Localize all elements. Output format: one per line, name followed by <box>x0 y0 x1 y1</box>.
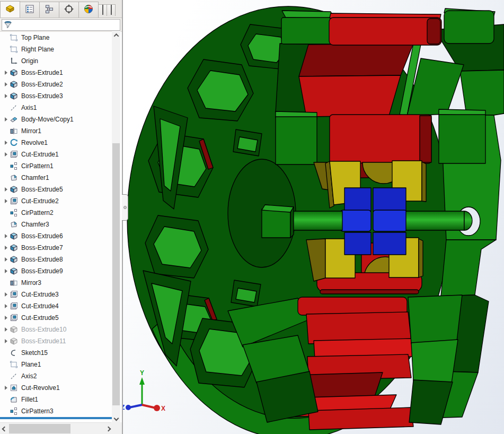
expand-arrow-icon[interactable] <box>2 94 10 98</box>
dimxpertmanager-tab[interactable] <box>59 2 79 18</box>
z-axis-arrow <box>126 405 131 410</box>
tree-item-mirror3[interactable]: Mirror3 <box>0 277 112 289</box>
tree-item-cut-revolve1[interactable]: Cut-Revolve1 <box>0 382 112 394</box>
expand-arrow-icon[interactable] <box>2 234 10 238</box>
tree-item-cirpattern2[interactable]: CirPattern2 <box>0 207 112 219</box>
expand-arrow-icon[interactable] <box>2 187 10 192</box>
plane-icon <box>10 33 19 42</box>
chamfer-icon <box>10 220 19 229</box>
tree-item-cut-extrude4[interactable]: Cut-Extrude4 <box>0 300 112 312</box>
tab-scroll-right[interactable] <box>107 4 116 16</box>
tree-item-boss-extrude1[interactable]: Boss-Extrude1 <box>0 67 112 79</box>
move-copy-icon <box>10 115 19 124</box>
expand-arrow-icon[interactable] <box>2 386 10 390</box>
tree-item-right-plane[interactable]: Right Plane <box>0 44 112 55</box>
expand-arrow-icon[interactable] <box>2 246 10 250</box>
expand-arrow-icon[interactable] <box>2 316 10 320</box>
scroll-up-button[interactable] <box>112 31 120 39</box>
tree-item-cut-extrude2[interactable]: Cut-Extrude2 <box>0 195 112 207</box>
expand-arrow-icon[interactable] <box>2 339 10 343</box>
splitter-grip-icon <box>123 206 127 209</box>
shaft-boss <box>262 209 290 238</box>
tree-item-label: Boss-Extrude8 <box>21 256 63 263</box>
horizontal-scroll-thumb[interactable] <box>9 424 70 433</box>
tree-item-label: Chamfer3 <box>21 221 49 228</box>
cut-extrude-icon <box>10 314 19 322</box>
tree-item-boss-extrude9[interactable]: Boss-Extrude9 <box>0 265 112 277</box>
tree-item-label: Boss-Extrude2 <box>21 81 63 88</box>
tree-item-revolve1[interactable]: Revolve1 <box>0 137 112 149</box>
scrollbar-corner <box>111 422 122 434</box>
configurationmanager-tab[interactable] <box>39 2 59 18</box>
tree-item-cut-extrude1[interactable]: Cut-Extrude1 <box>0 149 112 160</box>
tree-item-origin[interactable]: Origin <box>0 55 112 67</box>
filter-input[interactable] <box>2 19 120 31</box>
tree-item-boss-extrude8[interactable]: Boss-Extrude8 <box>0 254 112 265</box>
tree-item-cut-extrude3[interactable]: Cut-Extrude3 <box>0 289 112 300</box>
rollback-bar[interactable] <box>0 417 112 419</box>
propertymanager-tab[interactable] <box>20 2 40 18</box>
expand-arrow-icon[interactable] <box>2 269 10 273</box>
tree-item-label: Boss-Extrude9 <box>21 267 63 275</box>
expand-arrow-icon[interactable] <box>2 82 10 86</box>
cut-extrude-icon <box>10 302 19 310</box>
panel-splitter-handle[interactable] <box>122 194 128 221</box>
tree-item-boss-extrude6[interactable]: Boss-Extrude6 <box>0 230 112 242</box>
tree-item-label: Cut-Extrude2 <box>21 197 59 205</box>
boss-extrude-icon <box>10 325 19 334</box>
featuremanager-tab[interactable] <box>0 1 20 18</box>
cut-extrude-icon <box>10 150 19 159</box>
expand-arrow-icon[interactable] <box>2 292 10 297</box>
tree-item-chamfer1[interactable]: Chamfer1 <box>0 172 112 184</box>
tree-item-body-move-copy1[interactable]: Body-Move/Copy1 <box>0 114 112 125</box>
tree-item-sketch15[interactable]: Sketch15 <box>0 347 112 359</box>
plane-icon <box>10 360 19 369</box>
tree-item-axis1[interactable]: Axis1 <box>0 102 112 114</box>
y-axis-arrow <box>139 377 145 385</box>
tree-item-boss-extrude11[interactable]: Boss-Extrude11 <box>0 335 112 347</box>
tree-item-cirpattern3[interactable]: CirPattern3 <box>0 405 112 417</box>
tree-horizontal-scrollbar[interactable] <box>0 422 112 434</box>
expand-arrow-icon[interactable] <box>2 304 10 308</box>
tree-item-boss-extrude10[interactable]: Boss-Extrude10 <box>0 324 112 335</box>
tab-scroll-left[interactable] <box>98 4 107 16</box>
tree-item-chamfer3[interactable]: Chamfer3 <box>0 219 112 230</box>
tree-item-label: Cut-Revolve1 <box>21 384 60 392</box>
shaft-left <box>291 211 342 230</box>
tree-item-label: Origin <box>21 57 38 65</box>
tree-item-label: Mirror1 <box>21 127 41 135</box>
tree-item-label: Boss-Extrude5 <box>21 186 63 193</box>
boss-extrude-icon <box>10 185 19 194</box>
tree-item-boss-extrude7[interactable]: Boss-Extrude7 <box>0 242 112 254</box>
displaymanager-tab[interactable] <box>78 2 99 18</box>
model-canvas[interactable]: Y Z X <box>123 0 504 434</box>
tree-item-boss-extrude5[interactable]: Boss-Extrude5 <box>0 184 112 195</box>
tree-item-cirpattern1[interactable]: CirPattern1 <box>0 160 112 172</box>
graphics-viewport[interactable]: Y Z X <box>123 0 504 434</box>
tree-item-top-plane[interactable]: Top Plane <box>0 32 112 44</box>
expand-arrow-icon[interactable] <box>2 71 10 75</box>
scroll-down-button[interactable] <box>112 414 120 422</box>
tree-item-cut-extrude5[interactable]: Cut-Extrude5 <box>0 312 112 324</box>
expand-arrow-icon[interactable] <box>2 327 10 332</box>
cut-extrude-icon <box>10 197 19 205</box>
tree-item-boss-extrude2[interactable]: Boss-Extrude2 <box>0 79 112 90</box>
expand-arrow-icon[interactable] <box>2 257 10 262</box>
tree-item-mirror1[interactable]: Mirror1 <box>0 125 112 137</box>
x-axis-arrow <box>154 405 160 411</box>
expand-arrow-icon[interactable] <box>2 141 10 145</box>
gear-assembly-model[interactable] <box>127 6 504 434</box>
tree-item-boss-extrude3[interactable]: Boss-Extrude3 <box>0 90 112 102</box>
scroll-left-button[interactable] <box>0 423 8 434</box>
expand-arrow-icon[interactable] <box>2 199 10 203</box>
tree-item-fillet1[interactable]: Fillet1 <box>0 394 112 405</box>
vertical-scroll-thumb[interactable] <box>112 143 120 405</box>
tree-item-label: Plane1 <box>21 361 41 368</box>
tree-vertical-scrollbar[interactable] <box>112 31 120 422</box>
tree-item-plane1[interactable]: Plane1 <box>0 359 112 370</box>
tree-item-axis2[interactable]: Axis2 <box>0 370 112 382</box>
properties-icon <box>24 4 35 16</box>
expand-arrow-icon[interactable] <box>2 117 10 121</box>
expand-arrow-icon[interactable] <box>2 152 10 157</box>
axis-icon <box>10 103 19 112</box>
